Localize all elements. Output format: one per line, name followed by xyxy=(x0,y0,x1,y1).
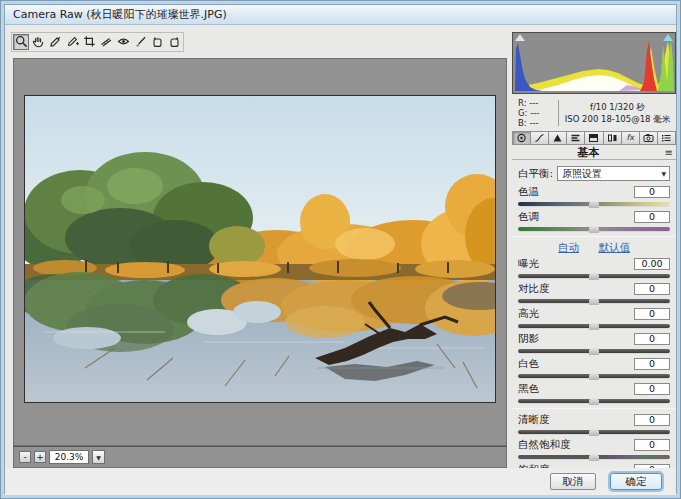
straighten-tool[interactable] xyxy=(98,34,114,50)
whites-label: 白色 xyxy=(518,357,539,371)
exposure-slider[interactable] xyxy=(518,274,670,278)
temperature-row: 色温 0 xyxy=(518,185,670,206)
temperature-label: 色温 xyxy=(518,185,539,199)
section-title: 基本 xyxy=(512,145,665,160)
dialog-footer: 取消 确定 xyxy=(5,468,676,495)
slider-thumb[interactable] xyxy=(589,321,599,330)
exposure-value[interactable]: 0.00 xyxy=(634,258,670,270)
white-balance-select[interactable]: 原照设置 ▼ xyxy=(557,166,670,181)
white-balance-label: 白平衡: xyxy=(518,167,553,181)
clarity-label: 清晰度 xyxy=(518,413,550,427)
highlights-slider[interactable] xyxy=(518,324,670,328)
exposure-row: 曝光 0.00 xyxy=(518,257,670,278)
detail-tab[interactable] xyxy=(549,131,567,145)
divider xyxy=(512,408,676,409)
rgb-readout: R: --- G: --- B: --- xyxy=(512,98,558,128)
divider xyxy=(512,236,676,237)
tint-slider[interactable] xyxy=(518,227,670,231)
basic-controls: 白平衡: 原照设置 ▼ 色温 0 色调 0 xyxy=(512,160,676,468)
zoom-in-button[interactable]: + xyxy=(34,451,46,463)
tint-value[interactable]: 0 xyxy=(634,211,670,223)
vibrance-value[interactable]: 0 xyxy=(634,439,670,451)
image-preview-pane[interactable] xyxy=(13,58,507,446)
whites-slider[interactable] xyxy=(518,374,670,378)
rotate-right-tool[interactable] xyxy=(166,34,182,50)
ok-button[interactable]: 确定 xyxy=(610,473,662,490)
shadows-label: 阴影 xyxy=(518,332,539,346)
fx-icon: fx xyxy=(626,134,634,142)
split-toning-tab[interactable] xyxy=(585,131,603,145)
shadows-value[interactable]: 0 xyxy=(634,333,670,345)
slider-thumb[interactable] xyxy=(589,452,599,461)
shadows-row: 阴影 0 xyxy=(518,332,670,353)
camera-calibration-tab[interactable] xyxy=(640,131,658,145)
histogram[interactable] xyxy=(512,32,676,94)
auto-link[interactable]: 自动 xyxy=(558,241,579,253)
slider-thumb[interactable] xyxy=(589,271,599,280)
exif-info: R: --- G: --- B: --- f/10 1/320 秒 ISO 20… xyxy=(512,96,676,129)
default-link[interactable]: 默认值 xyxy=(598,241,630,253)
title-bar[interactable]: Camera Raw (秋日暖阳下的璀璨世界.JPG) xyxy=(5,5,676,25)
blacks-row: 黑色 0 xyxy=(518,382,670,403)
hand-tool[interactable] xyxy=(30,34,46,50)
crop-tool[interactable] xyxy=(81,34,97,50)
contrast-slider[interactable] xyxy=(518,299,670,303)
capture-settings: f/10 1/320 秒 ISO 200 18-105@18 毫米 xyxy=(559,101,676,125)
highlights-value[interactable]: 0 xyxy=(634,308,670,320)
shadow-clipping-icon[interactable] xyxy=(515,34,525,41)
shadows-slider[interactable] xyxy=(518,349,670,353)
aperture-shutter: f/10 1/320 秒 xyxy=(559,101,676,113)
basic-tab[interactable] xyxy=(512,131,531,145)
clarity-row: 清晰度 0 xyxy=(518,413,670,434)
auto-default-row: 自动 默认值 xyxy=(512,241,676,256)
zoom-level-value[interactable]: 20.3% xyxy=(49,450,89,464)
vibrance-slider[interactable] xyxy=(518,455,670,459)
hsl-grayscale-tab[interactable] xyxy=(567,131,585,145)
blacks-label: 黑色 xyxy=(518,382,539,396)
cancel-button[interactable]: 取消 xyxy=(550,473,596,490)
tone-curve-tab[interactable] xyxy=(531,131,549,145)
tool-strip xyxy=(11,32,184,52)
clarity-slider[interactable] xyxy=(518,430,670,434)
zoom-out-button[interactable]: - xyxy=(19,451,31,463)
vibrance-row: 自然饱和度 0 xyxy=(518,438,670,459)
tint-row: 色调 0 xyxy=(518,210,670,231)
blacks-value[interactable]: 0 xyxy=(634,383,670,395)
effects-tab[interactable]: fx xyxy=(622,131,640,145)
zoom-tool[interactable] xyxy=(13,34,29,50)
zoom-level-dropdown-arrow[interactable]: ▼ xyxy=(92,450,105,464)
highlights-row: 高光 0 xyxy=(518,307,670,328)
blacks-slider[interactable] xyxy=(518,399,670,403)
highlights-label: 高光 xyxy=(518,307,539,321)
camera-raw-window: Camera Raw (秋日暖阳下的璀璨世界.JPG) xyxy=(0,0,681,499)
clarity-value[interactable]: 0 xyxy=(634,414,670,426)
slider-thumb[interactable] xyxy=(589,371,599,380)
slider-thumb[interactable] xyxy=(589,396,599,405)
white-balance-tool[interactable] xyxy=(47,34,63,50)
temperature-slider[interactable] xyxy=(518,202,670,206)
slider-thumb[interactable] xyxy=(589,346,599,355)
whites-value[interactable]: 0 xyxy=(634,358,670,370)
adjustment-brush-tool[interactable] xyxy=(132,34,148,50)
slider-thumb[interactable] xyxy=(589,427,599,436)
white-balance-value: 原照设置 xyxy=(562,167,602,181)
slider-thumb[interactable] xyxy=(589,224,599,233)
zoom-status-bar: - + 20.3% ▼ xyxy=(13,446,507,468)
rotate-left-tool[interactable] xyxy=(149,34,165,50)
slider-thumb[interactable] xyxy=(589,296,599,305)
panel-menu-icon[interactable]: ≡ xyxy=(665,147,676,158)
adjustments-panel: R: --- G: --- B: --- f/10 1/320 秒 ISO 20… xyxy=(510,29,678,468)
window-title: Camera Raw (秋日暖阳下的璀璨世界.JPG) xyxy=(13,7,227,22)
red-eye-removal-tool[interactable] xyxy=(115,34,131,50)
contrast-label: 对比度 xyxy=(518,282,550,296)
slider-thumb[interactable] xyxy=(589,199,599,208)
presets-tab[interactable] xyxy=(658,131,676,145)
temperature-value[interactable]: 0 xyxy=(634,186,670,198)
lens-corrections-tab[interactable] xyxy=(604,131,622,145)
camera-raw-dialog: Camera Raw (秋日暖阳下的璀璨世界.JPG) xyxy=(4,4,677,494)
contrast-value[interactable]: 0 xyxy=(634,283,670,295)
color-sampler-tool[interactable] xyxy=(64,34,80,50)
highlight-clipping-icon[interactable] xyxy=(663,34,673,41)
whites-row: 白色 0 xyxy=(518,357,670,378)
photo-preview[interactable] xyxy=(24,95,496,403)
